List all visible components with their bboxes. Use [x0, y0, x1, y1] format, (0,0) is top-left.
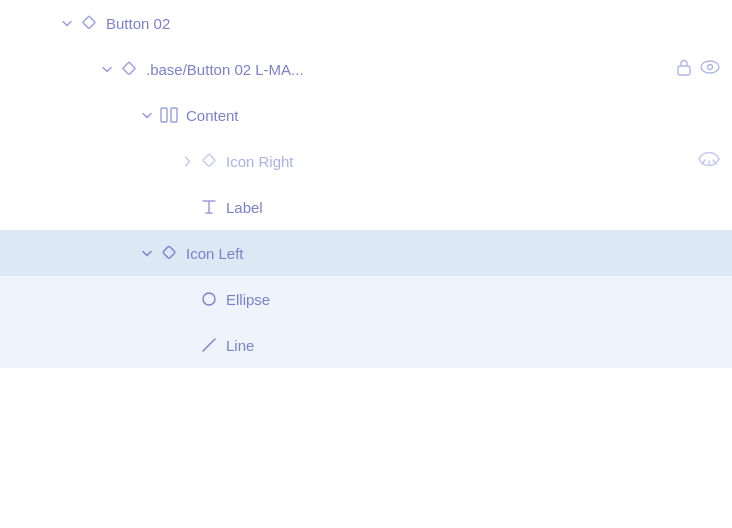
chevron-down-icon[interactable]: [60, 16, 74, 30]
chevron-right-icon[interactable]: [180, 154, 194, 168]
columns-icon: [160, 106, 178, 124]
row-label: Icon Right: [226, 153, 698, 170]
tree-row[interactable]: Icon Right: [0, 138, 732, 184]
action-icons: [676, 58, 720, 80]
svg-point-12: [203, 293, 215, 305]
row-label: Ellipse: [226, 291, 720, 308]
action-icons: [698, 152, 720, 170]
tree-container: Button 02 .base/Button 02 L-MA...: [0, 0, 732, 528]
svg-rect-0: [83, 16, 96, 29]
text-icon: [200, 198, 218, 216]
diamond-icon: [120, 60, 138, 78]
row-label: Content: [186, 107, 720, 124]
chevron-down-icon[interactable]: [100, 62, 114, 76]
svg-rect-6: [171, 108, 177, 122]
svg-rect-1: [123, 62, 136, 75]
tree-row[interactable]: Label: [0, 184, 732, 230]
svg-point-4: [708, 65, 713, 70]
row-label: Icon Left: [186, 245, 720, 262]
svg-point-3: [701, 61, 719, 73]
row-label: Line: [226, 337, 720, 354]
tree-row[interactable]: Ellipse: [0, 276, 732, 322]
row-label: Label: [226, 199, 720, 216]
tree-row[interactable]: Line: [0, 322, 732, 368]
tree-row[interactable]: Content: [0, 92, 732, 138]
line-icon: [200, 336, 218, 354]
chevron-placeholder: [180, 292, 194, 306]
svg-rect-11: [163, 246, 176, 259]
svg-rect-2: [678, 66, 690, 75]
svg-line-13: [203, 339, 215, 351]
diamond-icon: [200, 152, 218, 170]
tree-row[interactable]: Button 02: [0, 0, 732, 46]
lock-icon[interactable]: [676, 58, 692, 80]
chevron-down-icon[interactable]: [140, 108, 154, 122]
diamond-filled-icon: [160, 244, 178, 262]
circle-icon: [200, 290, 218, 308]
chevron-placeholder: [180, 338, 194, 352]
svg-rect-5: [161, 108, 167, 122]
row-label: Button 02: [106, 15, 720, 32]
chevron-placeholder: [180, 200, 194, 214]
chevron-down-icon[interactable]: [140, 246, 154, 260]
tree-row[interactable]: .base/Button 02 L-MA...: [0, 46, 732, 92]
diamond-icon: [80, 14, 98, 32]
eye-closed-icon[interactable]: [698, 152, 720, 170]
svg-rect-7: [203, 154, 216, 167]
row-label: .base/Button 02 L-MA...: [146, 61, 676, 78]
tree-row[interactable]: Icon Left: [0, 230, 732, 276]
eye-icon[interactable]: [700, 60, 720, 78]
